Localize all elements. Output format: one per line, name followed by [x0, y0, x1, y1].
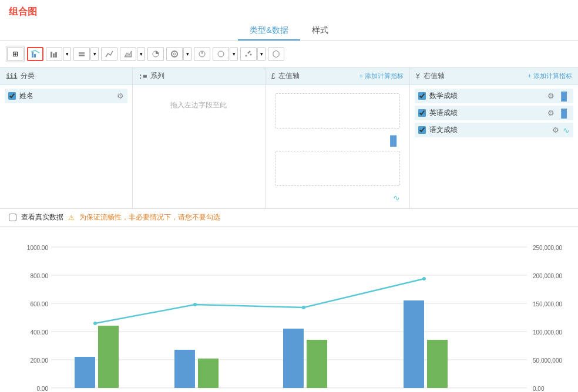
chart-container: 1000.00 800.00 600.00 400.00 200.00 0.00…: [16, 235, 562, 392]
svg-text:50,000,000.00: 50,000,000.00: [533, 357, 562, 364]
category-gear-icon[interactable]: ⚙: [117, 92, 124, 100]
real-data-checkbox[interactable]: [9, 214, 16, 221]
left-axis-icon: £: [271, 72, 275, 80]
svg-rect-1: [34, 54, 36, 58]
line-dot-jeson: [93, 322, 97, 325]
toolbar: ⊞ ▾ ▾ ▾ ▾ ▾: [0, 41, 578, 67]
svg-rect-6: [79, 52, 85, 54]
right-axis-body: 数学成绩 ⚙ ▐▌ 英语成绩 ⚙ ▐▌ 语文成绩 ⚙ ∿: [410, 85, 578, 173]
scatter-btn[interactable]: [240, 47, 257, 61]
scatter-dropdown[interactable]: ▾: [257, 47, 266, 61]
bar-dropdown[interactable]: ▾: [63, 47, 71, 61]
bar-summer-math: [174, 350, 195, 388]
svg-text:200.00: 200.00: [30, 357, 48, 364]
svg-point-15: [250, 54, 252, 56]
category-label: 分类: [21, 71, 35, 81]
english-chart-icon[interactable]: ▐▌: [558, 109, 570, 118]
left-axis-label: 左值轴: [278, 71, 300, 81]
stacked-bar-dropdown[interactable]: ▾: [90, 47, 99, 61]
svg-text:100,000,000.00: 100,000,000.00: [533, 329, 562, 336]
area-btn[interactable]: [120, 47, 136, 61]
series-header: :≡ 系列: [133, 67, 265, 85]
chinese-checkbox[interactable]: [418, 126, 426, 134]
math-chart-icon[interactable]: ▐▌: [558, 92, 570, 101]
hexagon-btn[interactable]: [268, 47, 284, 61]
tab-type-data[interactable]: 类型&数据: [238, 22, 300, 40]
series-icon: :≡: [139, 72, 147, 80]
right-axis-header: ¥ 右值轴 + 添加计算指标: [410, 67, 578, 85]
right-axis-field-english: 英语成绩 ⚙ ▐▌: [415, 106, 573, 120]
line-dot-oracle: [422, 277, 426, 281]
svg-text:800.00: 800.00: [30, 273, 48, 279]
chinese-label: 语文成绩: [429, 125, 549, 135]
donut-dropdown[interactable]: ▾: [183, 47, 191, 61]
svg-text:150,000,000.00: 150,000,000.00: [533, 301, 562, 307]
app-title: 组合图: [0, 0, 578, 18]
pie-btn[interactable]: [147, 47, 164, 61]
category-field-checkbox[interactable]: [8, 92, 16, 100]
ring-dropdown[interactable]: ▾: [230, 47, 238, 61]
svg-text:250,000,000.00: 250,000,000.00: [533, 245, 562, 251]
svg-text:0.00: 0.00: [533, 386, 545, 392]
chinese-chart-icon[interactable]: ∿: [563, 126, 570, 135]
category-field-name: 姓名 ⚙: [5, 89, 127, 103]
bar-amanda-english: [307, 340, 327, 388]
english-label: 英语成绩: [429, 108, 544, 118]
left-axis-body: ▐▌ ∿: [266, 85, 409, 208]
category-header: iii 分类: [0, 67, 132, 85]
line-dot-amanda: [302, 306, 305, 309]
svg-text:1000.00: 1000.00: [27, 245, 49, 251]
bar-combo-btn[interactable]: [27, 47, 43, 61]
left-axis-drop-zone2: [275, 151, 400, 186]
math-gear-icon[interactable]: ⚙: [547, 92, 555, 100]
left-axis-panel: £ 左值轴 + 添加计算指标 ▐▌ ∿: [266, 67, 410, 208]
donut-btn[interactable]: [166, 47, 183, 61]
svg-rect-2: [51, 52, 52, 58]
svg-rect-4: [55, 52, 57, 58]
warning-icon: ⚠: [68, 214, 75, 222]
category-body: 姓名 ⚙: [0, 85, 132, 173]
svg-text:0.00: 0.00: [37, 386, 49, 392]
line-btn[interactable]: [101, 47, 117, 61]
chart-svg: 1000.00 800.00 600.00 400.00 200.00 0.00…: [16, 235, 562, 392]
left-axis-add[interactable]: + 添加计算指标: [359, 72, 403, 80]
svg-rect-3: [53, 53, 55, 58]
math-label: 数学成绩: [429, 91, 544, 101]
category-panel: iii 分类 姓名 ⚙: [0, 67, 133, 208]
svg-text:400.00: 400.00: [30, 329, 48, 336]
right-axis-panel: ¥ 右值轴 + 添加计算指标 数学成绩 ⚙ ▐▌ 英语成绩 ⚙ ▐▌ 语文成绩: [410, 67, 578, 208]
svg-point-16: [249, 51, 251, 53]
stacked-bar-btn[interactable]: [73, 47, 90, 61]
bar-amanda-math: [283, 329, 304, 388]
english-checkbox[interactable]: [418, 109, 426, 117]
svg-text:200,000,000.00: 200,000,000.00: [533, 273, 562, 279]
left-axis-drop-zone: [275, 93, 400, 129]
toolbar-group-grid: ⊞: [6, 46, 25, 62]
right-axis-add[interactable]: + 添加计算指标: [528, 72, 572, 80]
svg-point-9: [173, 53, 176, 55]
english-gear-icon[interactable]: ⚙: [547, 109, 555, 117]
bar-oracle-english: [427, 340, 448, 388]
ring-btn[interactable]: [213, 47, 229, 61]
right-axis-label: 右值轴: [424, 71, 445, 81]
grid-btn[interactable]: ⊞: [7, 47, 23, 61]
svg-rect-0: [32, 52, 33, 58]
series-label: 系列: [150, 71, 164, 81]
config-area: iii 分类 姓名 ⚙ :≡ 系列 拖入左边字段至此 £ 左值轴 + 添加计算指…: [0, 67, 578, 209]
math-checkbox[interactable]: [418, 92, 426, 100]
svg-marker-17: [273, 50, 279, 58]
gauge-btn[interactable]: [194, 47, 210, 61]
series-body: 拖入左边字段至此: [133, 85, 265, 173]
area-dropdown[interactable]: ▾: [137, 47, 145, 61]
top-tabs: 类型&数据 样式: [0, 18, 578, 41]
line-dot-summer: [193, 303, 197, 306]
bar-jeson-math: [75, 357, 95, 388]
bar-btn[interactable]: [46, 47, 62, 61]
tab-style[interactable]: 样式: [300, 22, 340, 40]
category-icon: iii: [6, 72, 17, 80]
right-axis-field-math: 数学成绩 ⚙ ▐▌: [415, 89, 573, 103]
svg-rect-5: [79, 55, 85, 56]
category-field-label: 姓名: [19, 91, 113, 101]
right-axis-icon: ¥: [416, 72, 420, 80]
chinese-gear-icon[interactable]: ⚙: [552, 126, 559, 134]
